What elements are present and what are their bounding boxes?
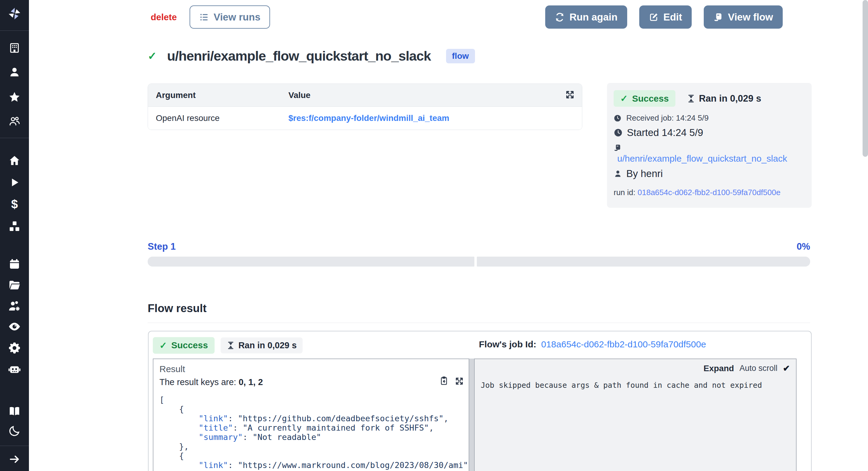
logs-pane: Expand Auto scroll ✔ Job skipped because…	[474, 358, 797, 471]
status-badge: ✓ Success	[153, 337, 215, 354]
moon-icon	[8, 425, 21, 437]
users-gear-icon	[8, 300, 21, 313]
robot-icon	[8, 362, 21, 376]
started-row: Started 14:24 5/9	[614, 127, 805, 139]
delete-button[interactable]: delete	[151, 12, 177, 22]
sidebar-item-ai[interactable]	[0, 363, 29, 375]
auto-scroll-label: Auto scroll	[739, 364, 777, 373]
view-flow-button[interactable]: View flow	[704, 5, 783, 29]
clock-icon	[614, 114, 621, 122]
progress-bar	[148, 257, 810, 267]
sidebar-item-settings[interactable]	[0, 342, 29, 354]
result-keys-values: 0, 1, 2	[239, 377, 263, 387]
sidebar-item-favorites[interactable]	[0, 91, 29, 104]
windmill-logo-icon	[7, 7, 22, 21]
flow-icon	[614, 144, 621, 152]
home-icon	[8, 155, 21, 167]
started-label: Started 14:24 5/9	[627, 127, 703, 139]
scrollbar-thumb[interactable]	[863, 0, 868, 157]
received-job-row: Received job: 14:24 5/9	[614, 113, 805, 123]
users-icon	[8, 115, 21, 127]
argument-value-link[interactable]: $res:f/company-folder/windmill_ai_team	[288, 113, 450, 123]
status-label: Success	[171, 340, 208, 350]
flow-path-icon-row	[614, 144, 805, 152]
check-icon: ✓	[159, 340, 167, 351]
sidebar-item-variables[interactable]: $	[0, 197, 29, 211]
expand-table-button[interactable]	[564, 89, 575, 100]
result-keys-line: The result keys are: 0, 1, 2	[159, 377, 463, 387]
progress-segment	[477, 257, 810, 267]
page-scrollbar	[863, 0, 868, 471]
logs-text: Job skipped because args & path found in…	[481, 381, 790, 390]
step-label[interactable]: Step 1	[148, 241, 176, 252]
page-title: u/henri/example_flow_quickstart_no_slack	[167, 48, 431, 64]
run-status-row: ✓ Success Ran in 0,029 s	[614, 90, 805, 107]
eye-icon	[8, 320, 21, 333]
play-icon	[9, 177, 20, 188]
job-id-label: Flow's job Id:	[479, 339, 536, 350]
flow-type-badge: flow	[446, 49, 475, 63]
progress-percent: 0%	[797, 241, 810, 252]
run-id-row: run id: 018a654c-d062-fbb2-d100-59fa70df…	[614, 188, 805, 197]
folder-open-icon	[8, 279, 21, 292]
list-icon	[199, 12, 209, 22]
sidebar-item-workers[interactable]	[0, 300, 29, 313]
job-id-link[interactable]: 018a654c-d062-fbb2-d100-59fa70df500e	[541, 339, 706, 350]
flow-result-card: ✓ Success Ran in 0,029 s Flow's job Id: …	[148, 331, 812, 471]
maximize-icon	[454, 376, 464, 386]
run-again-label: Run again	[569, 11, 618, 23]
flow-path-link[interactable]: u/henri/example_flow_quickstart_no_slack	[617, 153, 805, 164]
sidebar-item-audit-logs[interactable]	[0, 320, 29, 333]
sidebar-item-workspace[interactable]	[0, 41, 29, 54]
arguments-table: Argument Value OpenAI resource $res:f/co…	[148, 84, 582, 130]
sidebar-item-runs[interactable]	[0, 176, 29, 189]
edit-label: Edit	[663, 11, 682, 23]
sidebar-item-folders[interactable]	[0, 279, 29, 292]
user-icon	[9, 66, 20, 78]
flow-result-panes: Result The result keys are: 0, 1, 2	[153, 358, 807, 471]
sidebar-item-groups[interactable]	[0, 115, 29, 127]
copy-to-clipboard-button[interactable]	[439, 376, 449, 386]
view-runs-label: View runs	[214, 11, 260, 23]
expand-result-button[interactable]	[454, 376, 464, 386]
cubes-icon	[8, 220, 21, 233]
result-pane-actions	[439, 376, 464, 386]
windmill-logo[interactable]	[0, 6, 29, 21]
edit-icon	[649, 12, 658, 22]
divider	[148, 323, 810, 323]
sidebar-item-dark-mode[interactable]	[0, 424, 29, 437]
clipboard-icon	[439, 376, 449, 386]
flow-icon	[713, 12, 723, 22]
author-label: By henri	[626, 168, 663, 179]
star-icon	[8, 91, 21, 103]
pane-resize-handle[interactable]	[469, 358, 474, 471]
toolbar-right: Run again Edit View flow	[545, 5, 783, 29]
building-icon	[9, 42, 20, 54]
run-again-button[interactable]: Run again	[545, 5, 627, 29]
sidebar-separator	[0, 446, 29, 446]
result-json: [ { "link": "https://github.com/deadbeef…	[159, 395, 463, 471]
flow-result-header: ✓ Success Ran in 0,029 s Flow's job Id: …	[153, 337, 807, 354]
sidebar-item-home[interactable]	[0, 154, 29, 167]
logs-expand-button[interactable]: Expand	[704, 364, 734, 373]
sidebar-item-schedules[interactable]	[0, 258, 29, 270]
run-id-link[interactable]: 018a654c-d062-fbb2-d100-59fa70df500e	[638, 188, 781, 197]
received-job-label: Received job: 14:24 5/9	[626, 113, 709, 123]
duration-label: Ran in 0,029 s	[239, 341, 297, 350]
clock-icon	[614, 128, 623, 137]
edit-button[interactable]: Edit	[639, 5, 692, 29]
result-title: Result	[159, 364, 463, 374]
maximize-icon	[564, 89, 575, 100]
author-row: By henri	[614, 168, 805, 179]
status-badge: ✓ Success	[614, 90, 675, 107]
progress-segment	[148, 257, 474, 267]
title-row: ✓ u/henri/example_flow_quickstart_no_sla…	[148, 48, 475, 64]
auto-scroll-checkbox[interactable]: ✔	[783, 363, 790, 373]
view-runs-button[interactable]: View runs	[190, 5, 270, 29]
hourglass-icon	[227, 341, 235, 350]
sidebar-item-docs[interactable]	[0, 405, 29, 418]
sidebar-expand-toggle[interactable]	[0, 453, 29, 466]
sidebar-item-resources[interactable]	[0, 220, 29, 233]
run-duration-label: Ran in 0,029 s	[699, 93, 761, 104]
sidebar-item-user[interactable]	[0, 66, 29, 79]
